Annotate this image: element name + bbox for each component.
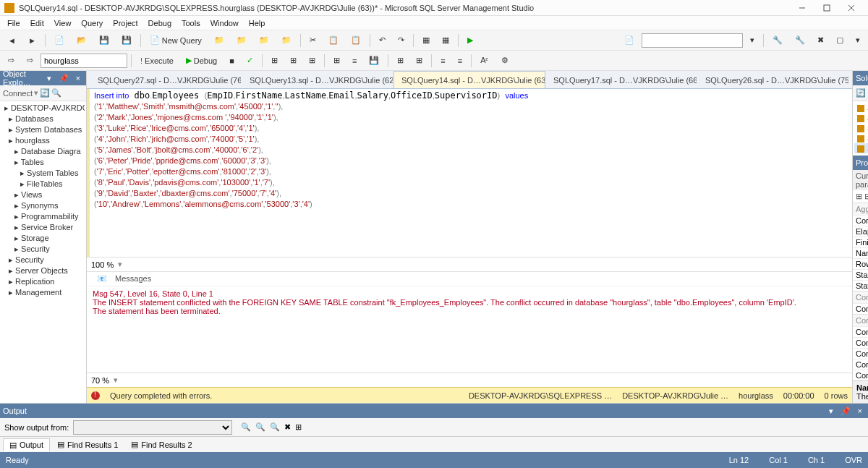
pin-icon[interactable]: ▾: [826, 407, 836, 416]
property-row[interactable]: Connection failures: [853, 215, 868, 226]
tb-btn[interactable]: ⚙: [496, 53, 514, 69]
tb-btn[interactable]: ▾: [745, 33, 760, 48]
tb-btn[interactable]: 📁: [276, 33, 297, 48]
object-explorer-tree[interactable]: ▸ DESKTOP-AVJKRDG\S▸ Databases▸ System D…: [0, 101, 86, 403]
solution-item[interactable]: SQLQuery11.sql: [854, 113, 868, 123]
maximize-button[interactable]: [814, 1, 839, 15]
tb-btn[interactable]: ⊞: [266, 53, 283, 69]
parse-button[interactable]: ✓: [242, 53, 258, 69]
solution-item[interactable]: SQLQuery10.sql: [854, 103, 868, 113]
menu-window[interactable]: Window: [206, 17, 243, 29]
tb-btn[interactable]: ✖: [812, 33, 829, 48]
menu-help[interactable]: Help: [244, 17, 270, 29]
tb-btn[interactable]: 🔍: [255, 422, 265, 432]
property-row[interactable]: Connection rows re0: [853, 348, 868, 359]
tb-btn[interactable]: 🔍: [270, 422, 280, 432]
tree-node[interactable]: ▸ Security: [1, 244, 85, 255]
messages-tab[interactable]: 📧 Messages: [91, 273, 163, 285]
execute-button[interactable]: ! Execute: [135, 53, 179, 69]
solution-item[interactable]: SQLQuery14.sql: [854, 143, 868, 153]
tb-btn[interactable]: ▦: [417, 33, 435, 48]
document-tab[interactable]: SQLQuery17.sql - D…VJKRDG\Julie (66))*: [545, 71, 697, 88]
back-button[interactable]: ◄: [3, 33, 21, 48]
properties-category[interactable]: Connection: [853, 291, 868, 303]
forward-button[interactable]: ►: [23, 33, 41, 48]
tree-node[interactable]: ▸ Storage: [1, 233, 85, 244]
close-icon[interactable]: ×: [73, 74, 83, 83]
properties-category[interactable]: Connection Details: [853, 314, 868, 326]
tb-btn[interactable]: ⊞: [295, 422, 302, 432]
pushpin-icon[interactable]: 📌: [838, 407, 854, 416]
tool-tab[interactable]: ▤Output: [3, 438, 50, 451]
property-row[interactable]: NameDESKTOP-AVJKRDG\S: [853, 247, 868, 258]
refresh-icon[interactable]: 🔄: [856, 88, 866, 98]
property-row[interactable]: Elapsed time00:00:00.026: [853, 226, 868, 237]
connect-button[interactable]: Connect: [3, 89, 33, 98]
zoom-value[interactable]: 70 %: [91, 376, 109, 385]
zoom-value[interactable]: 100 %: [91, 260, 114, 269]
tree-node[interactable]: ▸ Security: [1, 255, 85, 265]
start-button[interactable]: ▶: [462, 33, 478, 48]
tb-btn[interactable]: ⊞: [304, 53, 320, 69]
menu-project[interactable]: Project: [109, 17, 142, 29]
menu-tools[interactable]: Tools: [177, 17, 205, 29]
solution-item[interactable]: SQLQuery12.sql: [854, 123, 868, 133]
tree-node[interactable]: ▸ Tables: [1, 157, 85, 168]
new-file-button[interactable]: 📄: [49, 33, 69, 48]
tb-btn[interactable]: ▦: [437, 33, 454, 48]
document-tab[interactable]: SQLQuery13.sql - D…VJKRDG\Julie (62))*: [242, 71, 393, 88]
tree-node[interactable]: ▸ hourglass: [1, 135, 85, 146]
tb-btn[interactable]: 🔧: [790, 33, 810, 48]
menu-view[interactable]: View: [50, 17, 76, 29]
document-tab[interactable]: SQLQuery27.sql - D…VJKRDG\Julie (76))*: [90, 71, 242, 88]
tb-btn[interactable]: 📁: [254, 33, 274, 48]
tree-node[interactable]: ▸ Replication: [1, 276, 85, 287]
quick-find-input[interactable]: [642, 33, 743, 48]
copy-button[interactable]: 📋: [323, 33, 344, 48]
tree-node[interactable]: ▸ Synonyms: [1, 200, 85, 211]
menu-edit[interactable]: Edit: [26, 17, 48, 29]
debug-button[interactable]: ▶ Debug: [181, 53, 222, 69]
tb-btn[interactable]: ▢: [831, 33, 848, 48]
tree-node[interactable]: ▸ Programmability: [1, 211, 85, 222]
menu-query[interactable]: Query: [77, 17, 107, 29]
save-all-button[interactable]: 💾: [116, 33, 137, 48]
indent-button[interactable]: ≡: [435, 53, 450, 69]
paste-button[interactable]: 📋: [346, 33, 366, 48]
redo-button[interactable]: ↷: [393, 33, 409, 48]
tb-btn[interactable]: 📄: [619, 33, 639, 48]
comment-button[interactable]: ⊞: [392, 53, 409, 69]
output-source-select[interactable]: [73, 420, 232, 435]
uncomment-button[interactable]: ⊞: [411, 53, 427, 69]
tool-tab[interactable]: ▤Find Results 1: [51, 438, 124, 451]
tree-node[interactable]: ▸ DESKTOP-AVJKRDG\S: [1, 103, 85, 114]
tree-node[interactable]: ▸ Database Diagra: [1, 146, 85, 157]
cut-button[interactable]: ✂: [305, 33, 321, 48]
tb-btn[interactable]: ▾: [851, 33, 865, 48]
results-grid-button[interactable]: ⊞: [328, 53, 345, 69]
refresh-icon[interactable]: 🔄: [40, 88, 50, 98]
save-button[interactable]: 💾: [94, 33, 114, 48]
tree-node[interactable]: ▸ Service Broker: [1, 222, 85, 233]
tree-node[interactable]: ▸ Views: [1, 190, 85, 200]
open-file-button[interactable]: 📂: [72, 33, 92, 48]
tb-btn[interactable]: ⇨: [22, 53, 38, 69]
tb-btn[interactable]: 📁: [231, 33, 252, 48]
menu-debug[interactable]: Debug: [144, 17, 176, 29]
property-row[interactable]: Connection nameDESKTOP-AVJKRDG\S: [853, 303, 868, 314]
tree-node[interactable]: ▸ Databases: [1, 114, 85, 124]
property-row[interactable]: Connection start tir3/13/2022 5:28:40 PM: [853, 359, 868, 370]
solution-item[interactable]: SQLQuery13.sql: [854, 133, 868, 143]
property-row[interactable]: Start time3/13/2022 5:28:40 PM: [853, 269, 868, 280]
properties-category[interactable]: Aggregate Status: [853, 203, 868, 215]
property-row[interactable]: Finish time3/13/2022 5:28:40 PM: [853, 237, 868, 247]
property-row[interactable]: Connection finish ti3/13/2022 5:28:40 PM: [853, 337, 868, 348]
property-row[interactable]: Connection stateOpen: [853, 370, 868, 380]
outdent-button[interactable]: ≡: [453, 53, 467, 69]
tb-btn[interactable]: 🔧: [767, 33, 788, 48]
solution-item[interactable]: SQLQuery15.sql: [854, 153, 868, 154]
tree-node[interactable]: ▸ Server Objects: [1, 265, 85, 276]
clear-button[interactable]: ✖: [284, 422, 291, 432]
document-tab[interactable]: SQLQuery26.sql - D…VJKRDG\Julie (75))*: [697, 71, 849, 88]
pushpin-icon[interactable]: 📌: [56, 74, 72, 83]
